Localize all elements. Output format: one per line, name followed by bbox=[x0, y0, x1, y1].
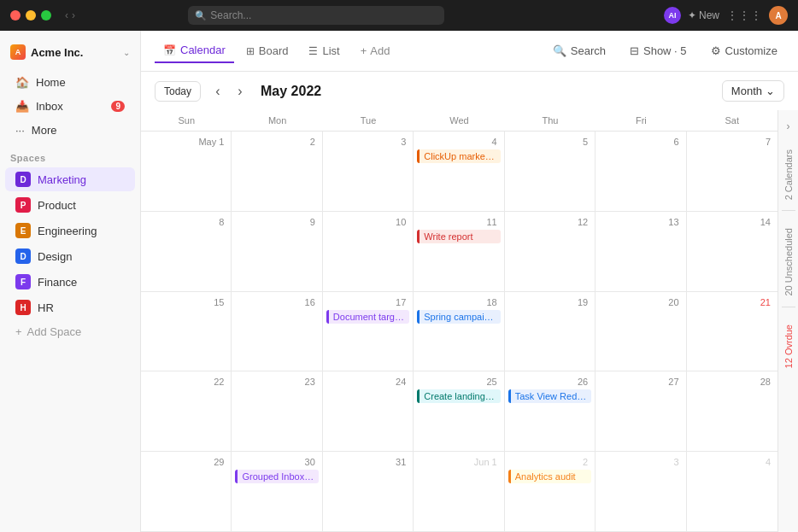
toolbar: 📅 Calendar ⊞ Board ☰ List + Add 🔍 Search bbox=[141, 31, 798, 72]
cal-cell-may6[interactable]: 6 bbox=[596, 132, 686, 212]
calendar-header: Today ‹ › May 2022 Month ⌄ bbox=[141, 72, 798, 110]
show-icon: ⊟ bbox=[630, 44, 639, 57]
cal-cell-jun2[interactable]: 2 Analytics audit bbox=[505, 452, 596, 532]
day-headers: Sun Mon Tue Wed Thu Fri Sat bbox=[141, 110, 777, 132]
show-button[interactable]: ⊟ Show · 5 bbox=[623, 40, 694, 61]
event-clickup-marketing[interactable]: ClickUp marketing plan bbox=[417, 149, 500, 163]
overdue-label[interactable]: 12 Ovrdue bbox=[783, 318, 794, 375]
cal-cell-may28[interactable]: 28 bbox=[687, 371, 777, 452]
back-arrow-icon[interactable]: ‹ bbox=[65, 9, 68, 21]
cal-cell-may15[interactable]: 15 bbox=[141, 292, 232, 372]
cal-cell-may20[interactable]: 20 bbox=[596, 292, 686, 372]
calendar-wrapper: Sun Mon Tue Wed Thu Fri Sat May 1 2 3 4 bbox=[141, 110, 798, 532]
cal-cell-may3[interactable]: 3 bbox=[323, 132, 414, 212]
event-spring-campaign[interactable]: Spring campaign image assets bbox=[417, 310, 500, 324]
new-icon: ✦ bbox=[688, 9, 696, 21]
customize-button[interactable]: ⚙ Customize bbox=[704, 40, 784, 61]
add-space-button[interactable]: + Add Space bbox=[5, 321, 135, 342]
cal-cell-may7[interactable]: 7 bbox=[687, 132, 777, 212]
event-document-target-users[interactable]: Document target users bbox=[326, 310, 409, 324]
ai-badge[interactable]: AI bbox=[664, 7, 681, 24]
tab-list[interactable]: ☰ List bbox=[300, 39, 348, 62]
cal-cell-may1[interactable]: May 1 bbox=[141, 132, 232, 212]
cal-cell-may13[interactable]: 13 bbox=[596, 212, 686, 292]
event-write-report[interactable]: Write report bbox=[417, 230, 500, 243]
cal-cell-may18[interactable]: 18 Spring campaign image assets bbox=[414, 292, 504, 372]
close-button[interactable] bbox=[10, 10, 21, 20]
search-icon: 🔍 bbox=[195, 10, 207, 21]
cal-cell-may19[interactable]: 19 bbox=[505, 292, 596, 372]
cal-cell-may16[interactable]: 16 bbox=[232, 292, 322, 372]
more-icon: ··· bbox=[15, 124, 25, 137]
cal-cell-may25[interactable]: 25 Create landing page bbox=[414, 371, 504, 452]
cal-cell-may21[interactable]: 21 bbox=[687, 292, 777, 372]
cal-cell-may2[interactable]: 2 bbox=[232, 132, 322, 212]
today-button[interactable]: Today bbox=[155, 81, 201, 102]
sidebar-item-marketing[interactable]: D Marketing bbox=[5, 167, 135, 191]
event-grouped-inbox[interactable]: Grouped Inbox Comments bbox=[235, 470, 318, 483]
sidebar-item-hr[interactable]: H HR bbox=[5, 295, 135, 319]
unscheduled-label[interactable]: 20 Unscheduled bbox=[783, 221, 794, 303]
sidebar-item-more[interactable]: ··· More bbox=[5, 119, 135, 142]
cal-cell-may10[interactable]: 10 bbox=[323, 212, 414, 292]
cal-cell-may27[interactable]: 27 bbox=[596, 371, 686, 452]
brand-icon: A bbox=[10, 44, 26, 60]
next-month-button[interactable]: › bbox=[230, 81, 250, 102]
forward-arrow-icon[interactable]: › bbox=[72, 9, 75, 21]
cal-cell-may4[interactable]: 4 ClickUp marketing plan bbox=[414, 132, 504, 212]
customize-icon: ⚙ bbox=[711, 44, 721, 57]
traffic-lights bbox=[10, 10, 51, 20]
sidebar-item-home[interactable]: 🏠 Home bbox=[5, 71, 135, 94]
cal-cell-may22[interactable]: 22 bbox=[141, 371, 232, 452]
new-button[interactable]: ✦ New bbox=[688, 9, 719, 21]
cal-cell-may11[interactable]: 11 Write report bbox=[414, 212, 504, 292]
cal-cell-may8[interactable]: 8 bbox=[141, 212, 232, 292]
sidebar-item-finance[interactable]: F Finance bbox=[5, 270, 135, 294]
inbox-badge: 9 bbox=[111, 101, 125, 112]
cal-cell-may26[interactable]: 26 Task View Redesign bbox=[505, 371, 596, 452]
sidebar-item-engineering[interactable]: E Engineering bbox=[5, 219, 135, 243]
cal-cell-may9[interactable]: 9 bbox=[232, 212, 322, 292]
cal-cell-may14[interactable]: 14 bbox=[687, 212, 777, 292]
event-analytics-audit[interactable]: Analytics audit bbox=[508, 470, 591, 483]
cal-cell-may12[interactable]: 12 bbox=[505, 212, 596, 292]
month-button[interactable]: Month ⌄ bbox=[722, 80, 784, 102]
day-header-sat: Sat bbox=[687, 110, 777, 131]
maximize-button[interactable] bbox=[41, 10, 51, 20]
cal-cell-may17[interactable]: 17 Document target users bbox=[323, 292, 414, 372]
global-search-bar[interactable]: 🔍 Search... bbox=[188, 6, 444, 25]
cal-cell-may30[interactable]: 30 Grouped Inbox Comments bbox=[232, 452, 322, 532]
right-panel-divider-2 bbox=[782, 307, 795, 307]
search-button[interactable]: 🔍 Search bbox=[546, 40, 613, 61]
event-create-landing-page[interactable]: Create landing page bbox=[417, 389, 500, 403]
cal-cell-jun3[interactable]: 3 bbox=[596, 452, 686, 532]
grid-icon[interactable]: ⋮⋮⋮ bbox=[726, 9, 762, 22]
brand[interactable]: A Acme Inc. ⌄ bbox=[0, 38, 140, 67]
right-panel-toggle[interactable]: › bbox=[783, 117, 794, 136]
minimize-button[interactable] bbox=[26, 10, 36, 20]
cal-cell-may24[interactable]: 24 bbox=[323, 371, 414, 452]
cal-cell-jun1[interactable]: Jun 1 bbox=[414, 452, 504, 532]
event-task-view-redesign[interactable]: Task View Redesign bbox=[508, 389, 591, 403]
cal-cell-may31[interactable]: 31 bbox=[323, 452, 414, 532]
day-header-tue: Tue bbox=[323, 110, 414, 131]
add-button[interactable]: + Add bbox=[352, 39, 399, 62]
calendar-icon: 📅 bbox=[163, 44, 176, 56]
cal-cell-may5[interactable]: 5 bbox=[505, 132, 596, 212]
home-icon: 🏠 bbox=[15, 76, 29, 89]
cal-cell-jun4[interactable]: 4 bbox=[687, 452, 777, 532]
avatar[interactable]: A bbox=[769, 6, 788, 25]
tab-calendar[interactable]: 📅 Calendar bbox=[155, 38, 234, 63]
calendar-grid: May 1 2 3 4 ClickUp marketing plan 5 6 7… bbox=[141, 132, 777, 532]
cal-cell-may29[interactable]: 29 bbox=[141, 452, 232, 532]
plus-icon: + bbox=[15, 325, 22, 338]
prev-month-button[interactable]: ‹ bbox=[208, 81, 228, 102]
calendars-label[interactable]: 2 Calendars bbox=[783, 143, 794, 207]
tab-board[interactable]: ⊞ Board bbox=[238, 39, 297, 62]
brand-chevron-icon: ⌄ bbox=[123, 48, 130, 57]
sidebar-item-product[interactable]: P Product bbox=[5, 193, 135, 217]
sidebar-item-design[interactable]: D Design bbox=[5, 244, 135, 268]
month-selector: Month ⌄ bbox=[722, 80, 784, 102]
sidebar-item-inbox[interactable]: 📥 Inbox 9 bbox=[5, 95, 135, 118]
cal-cell-may23[interactable]: 23 bbox=[232, 371, 322, 452]
